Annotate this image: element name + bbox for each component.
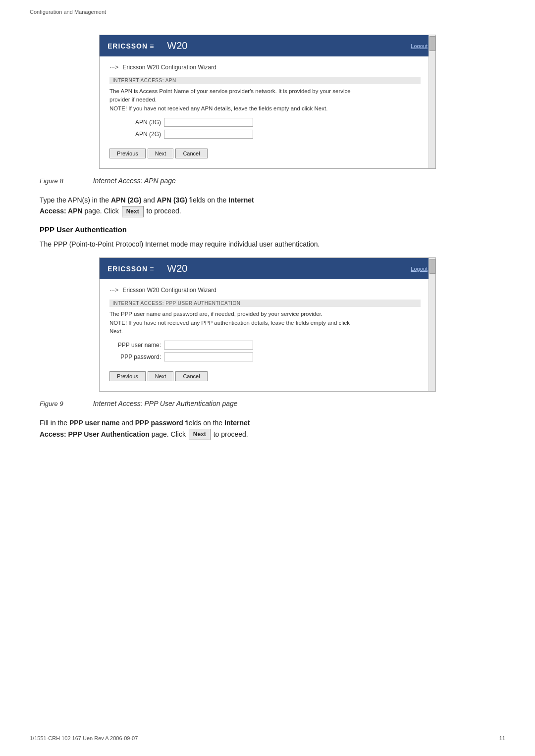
apn3g-input[interactable]	[164, 118, 253, 127]
ppp-description-text: The PPP (Point-to-Point Protocol) Intern…	[40, 239, 495, 250]
apn3g-group: APN (3G)	[109, 118, 421, 127]
apn2g-input[interactable]	[164, 130, 253, 139]
widget-header-2: ERICSSON ≡ W20 Logout	[100, 258, 435, 279]
logo-text-2: ERICSSON	[107, 265, 148, 273]
apn2g-label: APN (2G)	[109, 131, 164, 138]
widget-apn: ERICSSON ≡ W20 Logout ···> Ericsson W20 …	[99, 35, 436, 169]
widget-header-1: ERICSSON ≡ W20 Logout	[100, 35, 435, 56]
wizard-nav-2: ···> Ericsson W20 Configuration Wizard	[109, 286, 421, 294]
scrollbar-thumb-2[interactable]	[429, 259, 435, 274]
ppp-pass-group: PPP password:	[109, 353, 421, 361]
bold-internet: InternetAccess: APN	[40, 196, 254, 215]
previous-button-2[interactable]: Previous	[109, 371, 146, 381]
apn-description: The APN is Access Point Name of your ser…	[109, 87, 421, 113]
section-label-apn: INTERNET ACCESS: APN	[109, 77, 421, 84]
next-inline-button-2: Next	[189, 429, 211, 440]
body-paragraph-1: Type the APN(s) in the APN (2G) and APN …	[40, 195, 495, 217]
bold-ppp-user: PPP user name	[69, 419, 120, 427]
section-label-ppp: INTERNET ACCESS: PPP USER AUTHENTICATION	[109, 300, 421, 307]
bold-apn3g: APN (3G)	[157, 196, 187, 204]
wizard-nav-text-2: Ericsson W20 Configuration Wizard	[122, 287, 216, 294]
figure-9-caption: Figure 9 Internet Access: PPP User Authe…	[40, 400, 495, 407]
previous-button-1[interactable]: Previous	[109, 149, 146, 158]
body-paragraph-2: Fill in the PPP user name and PPP passwo…	[40, 417, 495, 440]
wizard-nav-text-1: Ericsson W20 Configuration Wizard	[122, 64, 216, 71]
wizard-arrow-2: ···>	[109, 286, 118, 294]
cancel-button-2[interactable]: Cancel	[175, 371, 207, 381]
bold-apn2g: APN (2G)	[111, 196, 141, 204]
doc-id: 1/1551-CRH 102 167 Uen Rev A 2006-09-07	[30, 735, 138, 741]
next-inline-button-1: Next	[122, 206, 144, 217]
page-footer: 1/1551-CRH 102 167 Uen Rev A 2006-09-07 …	[30, 735, 505, 741]
logo-icon-2: ≡	[150, 265, 154, 273]
apn3g-label: APN (3G)	[109, 119, 164, 126]
figure-9-label: Figure 9	[40, 400, 63, 407]
ppp-pass-input[interactable]	[164, 353, 253, 361]
ppp-description: The PPP user name and password are, if n…	[109, 310, 421, 336]
page-breadcrumb: Configuration and Management	[0, 0, 535, 15]
page-number: 11	[499, 735, 505, 741]
ppp-pass-label: PPP password:	[109, 353, 164, 360]
widget-ppp: ERICSSON ≡ W20 Logout ···> Ericsson W20 …	[99, 257, 436, 392]
widget-title-1: W20	[167, 40, 187, 51]
ppp-user-input[interactable]	[164, 341, 253, 350]
widget-title-2: W20	[167, 263, 187, 274]
logo-text-1: ERICSSON	[107, 42, 148, 50]
ppp-section-heading: PPP User Authentication	[40, 225, 495, 234]
ppp-user-group: PPP user name:	[109, 341, 421, 350]
next-button-1[interactable]: Next	[148, 149, 174, 158]
cancel-button-1[interactable]: Cancel	[175, 149, 207, 158]
figure-8-title: Internet Access: APN page	[93, 177, 176, 185]
header-left-2: ERICSSON ≡ W20	[107, 263, 187, 274]
ericsson-logo-2: ERICSSON ≡	[107, 265, 154, 273]
wizard-arrow-1: ···>	[109, 63, 118, 71]
ericsson-logo-1: ERICSSON ≡	[107, 42, 154, 50]
wizard-nav-1: ···> Ericsson W20 Configuration Wizard	[109, 63, 421, 71]
apn2g-group: APN (2G)	[109, 130, 421, 139]
figure-8-label: Figure 8	[40, 177, 63, 185]
bold-ppp-pass: PPP password	[135, 419, 183, 427]
button-row-1: Previous Next Cancel	[109, 149, 421, 158]
scrollbar-1[interactable]	[428, 35, 435, 168]
logout-link-2[interactable]: Logout	[411, 266, 428, 272]
widget-body-2: ···> Ericsson W20 Configuration Wizard I…	[100, 279, 435, 391]
widget-body-1: ···> Ericsson W20 Configuration Wizard I…	[100, 56, 435, 168]
logo-icon-1: ≡	[150, 42, 154, 50]
ppp-user-label: PPP user name:	[109, 342, 164, 349]
logout-link-1[interactable]: Logout	[411, 43, 428, 49]
scrollbar-thumb-1[interactable]	[429, 36, 435, 51]
scrollbar-2[interactable]	[428, 258, 435, 391]
button-row-2: Previous Next Cancel	[109, 371, 421, 381]
figure-8-caption: Figure 8 Internet Access: APN page	[40, 177, 495, 185]
next-button-2[interactable]: Next	[148, 371, 174, 381]
figure-9-title: Internet Access: PPP User Authentication…	[93, 400, 238, 407]
header-left-1: ERICSSON ≡ W20	[107, 40, 187, 51]
